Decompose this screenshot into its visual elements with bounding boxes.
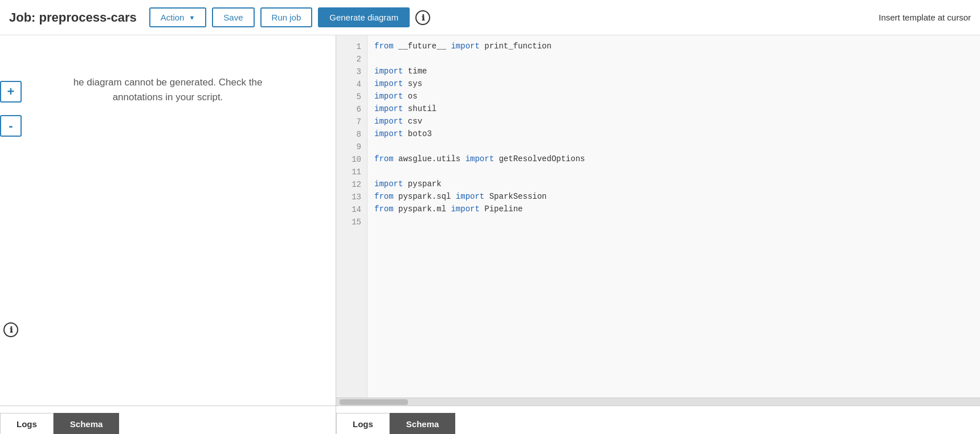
code-line[interactable]: import csv [374,115,973,128]
toolbar: Job: preprocess-cars Action ▼ Save Run j… [0,0,980,35]
line-number: 6 [336,103,367,115]
line-number: 2 [336,52,367,65]
right-bottom-tabs: Logs Schema [336,406,980,434]
right-panel: 123456789101112131415 from __future__ im… [336,35,980,434]
tab-logs-left[interactable]: Logs [0,413,54,434]
code-line[interactable]: import boto3 [374,128,973,140]
code-editor[interactable]: 123456789101112131415 from __future__ im… [336,35,980,398]
code-line[interactable]: from pyspark.ml import Pipeline [374,203,973,215]
generate-diagram-button[interactable]: Generate diagram [318,7,410,27]
code-line[interactable]: from pyspark.sql import SparkSession [374,190,973,203]
horizontal-scrollbar[interactable] [336,398,980,406]
dropdown-arrow-icon: ▼ [189,14,195,21]
line-number: 13 [336,190,367,203]
main-content: + - he diagram cannot be generated. Chec… [0,35,980,434]
diagram-area: + - he diagram cannot be generated. Chec… [0,35,336,406]
tab-schema-left[interactable]: Schema [54,413,120,434]
zoom-in-button[interactable]: + [0,81,22,103]
diagram-error-message: he diagram cannot be generated. Check th… [74,75,263,104]
line-number: 9 [336,140,367,153]
line-number: 11 [336,165,367,178]
code-line[interactable] [374,165,973,178]
insert-template-label: Insert template at cursor [879,13,971,22]
scrollbar-thumb[interactable] [340,399,408,405]
info-icon-left[interactable]: ℹ [3,322,18,337]
line-number: 8 [336,128,367,140]
zoom-out-button[interactable]: - [0,115,22,137]
code-line[interactable]: import pyspark [374,178,973,190]
save-button[interactable]: Save [212,7,254,27]
info-icon-header[interactable]: ℹ [415,10,430,25]
action-button[interactable]: Action ▼ [149,7,207,27]
line-number: 15 [336,215,367,228]
tab-logs-right[interactable]: Logs [336,413,390,434]
code-line[interactable]: import os [374,90,973,103]
line-number: 3 [336,65,367,77]
line-number: 7 [336,115,367,128]
line-number: 12 [336,178,367,190]
left-bottom-tabs: Logs Schema [0,406,336,434]
line-number: 14 [336,203,367,215]
run-job-button[interactable]: Run job [260,7,313,27]
code-line[interactable]: from __future__ import print_function [374,40,973,52]
line-number: 1 [336,40,367,52]
line-number: 4 [336,77,367,90]
code-line[interactable]: import shutil [374,103,973,115]
left-panel: + - he diagram cannot be generated. Chec… [0,35,336,434]
code-line[interactable] [374,140,973,153]
code-content[interactable]: from __future__ import print_function im… [368,35,980,398]
line-numbers: 123456789101112131415 [336,35,368,398]
line-number: 5 [336,90,367,103]
code-line[interactable] [374,215,973,228]
tab-schema-right[interactable]: Schema [390,413,456,434]
code-line[interactable]: import sys [374,77,973,90]
line-number: 10 [336,153,367,165]
job-title: Job: preprocess-cars [9,10,137,25]
code-line[interactable]: from awsglue.utils import getResolvedOpt… [374,153,973,165]
code-line[interactable]: import time [374,65,973,77]
code-line[interactable] [374,52,973,65]
